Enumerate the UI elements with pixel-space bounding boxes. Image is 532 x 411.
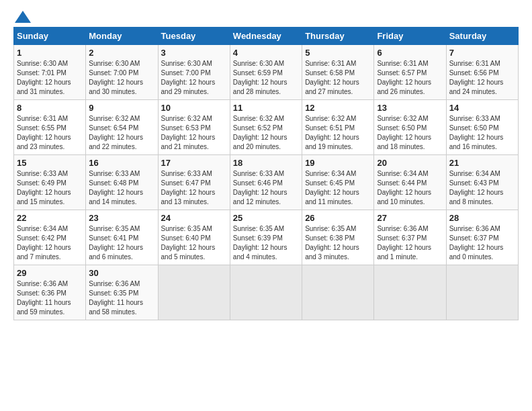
day-number: 2 [89, 48, 154, 58]
day-info: Sunrise: 6:35 AM Sunset: 6:39 PM Dayligh… [233, 224, 299, 262]
day-number: 23 [89, 213, 154, 223]
calendar-cell: 20Sunrise: 6:34 AM Sunset: 6:44 PM Dayli… [374, 155, 446, 210]
calendar-cell: 9Sunrise: 6:32 AM Sunset: 6:54 PM Daylig… [86, 100, 158, 155]
calendar-cell: 8Sunrise: 6:31 AM Sunset: 6:55 PM Daylig… [14, 100, 86, 155]
calendar-cell: 30Sunrise: 6:36 AM Sunset: 6:35 PM Dayli… [86, 265, 158, 320]
calendar-cell: 4Sunrise: 6:30 AM Sunset: 6:59 PM Daylig… [230, 45, 302, 100]
calendar-cell: 28Sunrise: 6:36 AM Sunset: 6:37 PM Dayli… [446, 210, 518, 265]
calendar-cell: 27Sunrise: 6:36 AM Sunset: 6:37 PM Dayli… [374, 210, 446, 265]
calendar-cell: 17Sunrise: 6:33 AM Sunset: 6:47 PM Dayli… [158, 155, 230, 210]
day-number: 5 [305, 48, 371, 58]
day-info: Sunrise: 6:31 AM Sunset: 6:55 PM Dayligh… [17, 114, 83, 152]
day-number: 1 [17, 48, 83, 58]
day-number: 21 [449, 158, 515, 168]
day-number: 3 [161, 48, 227, 58]
header-day-sunday: Sunday [14, 28, 86, 45]
calendar-cell [230, 265, 302, 320]
day-number: 6 [377, 48, 443, 58]
calendar-cell: 6Sunrise: 6:31 AM Sunset: 6:57 PM Daylig… [374, 45, 446, 100]
week-row-3: 15Sunrise: 6:33 AM Sunset: 6:49 PM Dayli… [14, 155, 519, 210]
header-day-friday: Friday [374, 28, 446, 45]
day-info: Sunrise: 6:34 AM Sunset: 6:45 PM Dayligh… [305, 169, 371, 207]
day-info: Sunrise: 6:32 AM Sunset: 6:52 PM Dayligh… [233, 114, 299, 152]
header-day-monday: Monday [86, 28, 158, 45]
header-row: SundayMondayTuesdayWednesdayThursdayFrid… [14, 28, 519, 45]
calendar-cell [374, 265, 446, 320]
logo [13, 11, 31, 23]
day-info: Sunrise: 6:33 AM Sunset: 6:46 PM Dayligh… [233, 169, 299, 207]
calendar-cell: 25Sunrise: 6:35 AM Sunset: 6:39 PM Dayli… [230, 210, 302, 265]
day-number: 4 [233, 48, 299, 58]
calendar-cell: 21Sunrise: 6:34 AM Sunset: 6:43 PM Dayli… [446, 155, 518, 210]
day-info: Sunrise: 6:31 AM Sunset: 6:57 PM Dayligh… [377, 59, 443, 97]
header-day-saturday: Saturday [446, 28, 518, 45]
day-info: Sunrise: 6:33 AM Sunset: 6:50 PM Dayligh… [449, 114, 515, 152]
day-info: Sunrise: 6:33 AM Sunset: 6:49 PM Dayligh… [17, 169, 83, 207]
day-number: 10 [161, 103, 227, 113]
day-number: 30 [89, 268, 154, 278]
day-number: 12 [305, 103, 371, 113]
day-number: 11 [233, 103, 299, 113]
day-info: Sunrise: 6:32 AM Sunset: 6:51 PM Dayligh… [305, 114, 371, 152]
day-info: Sunrise: 6:33 AM Sunset: 6:48 PM Dayligh… [89, 169, 154, 207]
calendar-cell: 22Sunrise: 6:34 AM Sunset: 6:42 PM Dayli… [14, 210, 86, 265]
day-number: 26 [305, 213, 371, 223]
day-info: Sunrise: 6:32 AM Sunset: 6:50 PM Dayligh… [377, 114, 443, 152]
day-number: 29 [17, 268, 83, 278]
calendar-cell: 26Sunrise: 6:35 AM Sunset: 6:38 PM Dayli… [302, 210, 374, 265]
day-info: Sunrise: 6:34 AM Sunset: 6:42 PM Dayligh… [17, 224, 83, 262]
week-row-4: 22Sunrise: 6:34 AM Sunset: 6:42 PM Dayli… [14, 210, 519, 265]
day-info: Sunrise: 6:30 AM Sunset: 7:00 PM Dayligh… [89, 59, 154, 97]
calendar-cell: 18Sunrise: 6:33 AM Sunset: 6:46 PM Dayli… [230, 155, 302, 210]
day-info: Sunrise: 6:34 AM Sunset: 6:44 PM Dayligh… [377, 169, 443, 207]
calendar-cell [302, 265, 374, 320]
day-info: Sunrise: 6:33 AM Sunset: 6:47 PM Dayligh… [161, 169, 227, 207]
day-number: 25 [233, 213, 299, 223]
calendar-cell: 12Sunrise: 6:32 AM Sunset: 6:51 PM Dayli… [302, 100, 374, 155]
calendar-cell: 14Sunrise: 6:33 AM Sunset: 6:50 PM Dayli… [446, 100, 518, 155]
header-day-wednesday: Wednesday [230, 28, 302, 45]
day-number: 16 [89, 158, 154, 168]
day-number: 19 [305, 158, 371, 168]
calendar-cell: 23Sunrise: 6:35 AM Sunset: 6:41 PM Dayli… [86, 210, 158, 265]
day-number: 15 [17, 158, 83, 168]
day-info: Sunrise: 6:31 AM Sunset: 6:58 PM Dayligh… [305, 59, 371, 97]
day-number: 20 [377, 158, 443, 168]
calendar-cell: 3Sunrise: 6:30 AM Sunset: 7:00 PM Daylig… [158, 45, 230, 100]
header [13, 11, 519, 23]
calendar-table: SundayMondayTuesdayWednesdayThursdayFrid… [13, 27, 519, 320]
calendar-cell: 2Sunrise: 6:30 AM Sunset: 7:00 PM Daylig… [86, 45, 158, 100]
day-info: Sunrise: 6:32 AM Sunset: 6:53 PM Dayligh… [161, 114, 227, 152]
calendar-cell [158, 265, 230, 320]
calendar-cell: 16Sunrise: 6:33 AM Sunset: 6:48 PM Dayli… [86, 155, 158, 210]
day-number: 27 [377, 213, 443, 223]
day-info: Sunrise: 6:30 AM Sunset: 7:01 PM Dayligh… [17, 59, 83, 97]
day-info: Sunrise: 6:36 AM Sunset: 6:36 PM Dayligh… [17, 279, 83, 317]
day-info: Sunrise: 6:30 AM Sunset: 7:00 PM Dayligh… [161, 59, 227, 97]
header-day-tuesday: Tuesday [158, 28, 230, 45]
calendar-cell: 11Sunrise: 6:32 AM Sunset: 6:52 PM Dayli… [230, 100, 302, 155]
calendar-cell: 1Sunrise: 6:30 AM Sunset: 7:01 PM Daylig… [14, 45, 86, 100]
day-info: Sunrise: 6:32 AM Sunset: 6:54 PM Dayligh… [89, 114, 154, 152]
day-info: Sunrise: 6:35 AM Sunset: 6:41 PM Dayligh… [89, 224, 154, 262]
day-number: 8 [17, 103, 83, 113]
calendar-cell: 7Sunrise: 6:31 AM Sunset: 6:56 PM Daylig… [446, 45, 518, 100]
day-number: 14 [449, 103, 515, 113]
day-number: 7 [449, 48, 515, 58]
calendar-cell [446, 265, 518, 320]
calendar-cell: 5Sunrise: 6:31 AM Sunset: 6:58 PM Daylig… [302, 45, 374, 100]
day-info: Sunrise: 6:36 AM Sunset: 6:35 PM Dayligh… [89, 279, 154, 317]
day-number: 24 [161, 213, 227, 223]
week-row-2: 8Sunrise: 6:31 AM Sunset: 6:55 PM Daylig… [14, 100, 519, 155]
calendar-cell: 24Sunrise: 6:35 AM Sunset: 6:40 PM Dayli… [158, 210, 230, 265]
day-info: Sunrise: 6:36 AM Sunset: 6:37 PM Dayligh… [449, 224, 515, 262]
day-info: Sunrise: 6:36 AM Sunset: 6:37 PM Dayligh… [377, 224, 443, 262]
day-number: 17 [161, 158, 227, 168]
day-number: 22 [17, 213, 83, 223]
calendar-cell: 10Sunrise: 6:32 AM Sunset: 6:53 PM Dayli… [158, 100, 230, 155]
day-number: 28 [449, 213, 515, 223]
day-number: 13 [377, 103, 443, 113]
calendar-cell: 13Sunrise: 6:32 AM Sunset: 6:50 PM Dayli… [374, 100, 446, 155]
logo-icon [15, 11, 31, 23]
day-info: Sunrise: 6:31 AM Sunset: 6:56 PM Dayligh… [449, 59, 515, 97]
